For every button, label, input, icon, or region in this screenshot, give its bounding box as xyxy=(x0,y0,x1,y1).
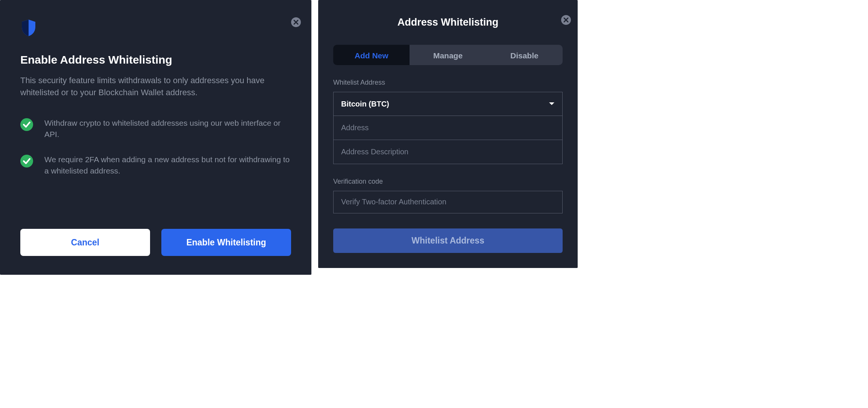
address-input[interactable] xyxy=(333,116,563,140)
cancel-button[interactable]: Cancel xyxy=(20,229,150,256)
verification-code-input[interactable] xyxy=(333,191,563,213)
close-icon xyxy=(561,15,571,25)
currency-select[interactable]: Bitcoin (BTC) xyxy=(333,92,563,116)
close-button[interactable] xyxy=(291,17,301,27)
feature-text: Withdraw crypto to whitelisted addresses… xyxy=(44,117,291,140)
check-circle-icon xyxy=(20,155,33,167)
feature-item: Withdraw crypto to whitelisted addresses… xyxy=(20,117,291,140)
dialog-title: Enable Address Whitelisting xyxy=(20,53,291,66)
dialog-button-row: Cancel Enable Whitelisting xyxy=(20,229,291,256)
tab-add-new[interactable]: Add New xyxy=(333,45,410,65)
enable-whitelisting-dialog: Enable Address Whitelisting This securit… xyxy=(0,0,311,275)
tab-manage[interactable]: Manage xyxy=(410,45,486,65)
feature-item: We require 2FA when adding a new address… xyxy=(20,154,291,177)
tab-disable[interactable]: Disable xyxy=(486,45,563,65)
dialog-description: This security feature limits withdrawals… xyxy=(20,75,291,99)
svg-point-2 xyxy=(20,155,33,167)
whitelist-address-label: Whitelist Address xyxy=(333,79,563,87)
check-circle-icon xyxy=(20,118,33,131)
tab-strip: Add New Manage Disable xyxy=(333,45,563,65)
svg-point-1 xyxy=(20,118,33,131)
feature-text: We require 2FA when adding a new address… xyxy=(44,154,291,177)
chevron-down-icon xyxy=(549,100,555,107)
currency-selected-value: Bitcoin (BTC) xyxy=(341,100,389,108)
enable-whitelisting-button[interactable]: Enable Whitelisting xyxy=(161,229,291,256)
whitelist-form-group: Bitcoin (BTC) xyxy=(333,92,563,164)
whitelist-address-button[interactable]: Whitelist Address xyxy=(333,228,563,253)
verification-code-label: Verification code xyxy=(333,178,563,186)
address-whitelisting-panel: Address Whitelisting Add New Manage Disa… xyxy=(318,0,578,268)
shield-icon xyxy=(20,19,37,37)
close-button[interactable] xyxy=(561,15,571,25)
panel-title: Address Whitelisting xyxy=(333,17,563,28)
close-icon xyxy=(291,17,301,27)
address-description-input[interactable] xyxy=(333,140,563,164)
